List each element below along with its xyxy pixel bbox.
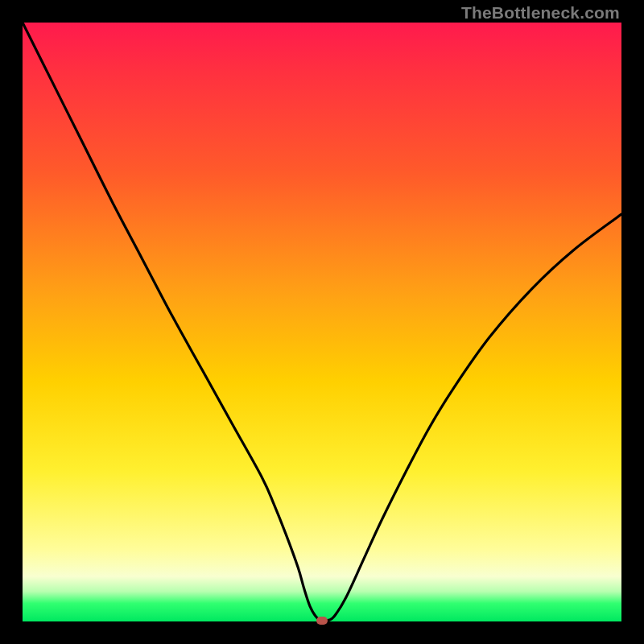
curve-svg (23, 23, 621, 621)
chart-frame: TheBottleneck.com (0, 0, 644, 644)
min-marker (316, 617, 328, 625)
plot-area (23, 23, 621, 621)
watermark-text: TheBottleneck.com (461, 3, 620, 23)
bottleneck-curve (23, 23, 621, 621)
